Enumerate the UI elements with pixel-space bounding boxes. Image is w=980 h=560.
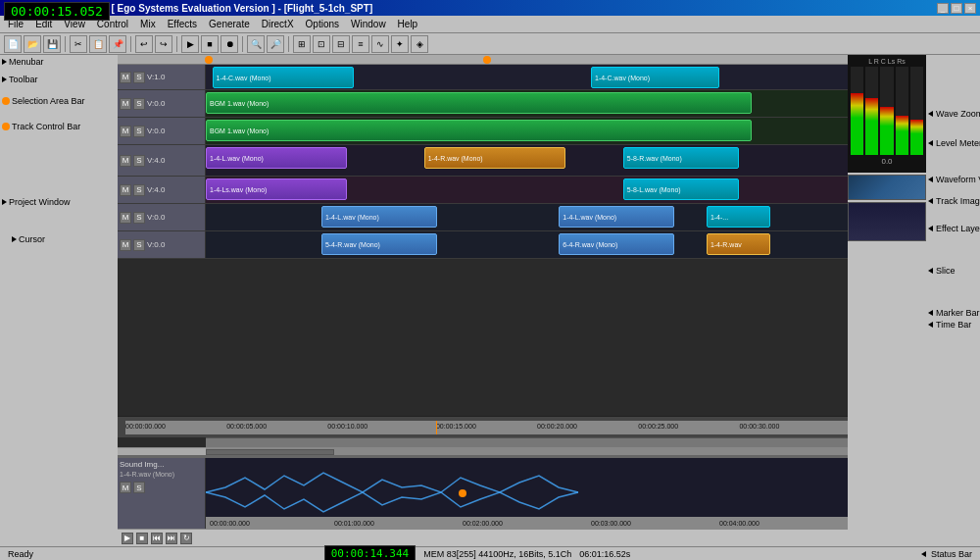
track-mute-btn5[interactable]: M — [120, 184, 131, 196]
menu-generate[interactable]: Generate — [203, 17, 256, 31]
track-solo-btn2[interactable]: S — [133, 98, 145, 110]
toolbar-btn4[interactable]: ≡ — [352, 35, 369, 53]
slice-agent-content[interactable]: 00:00:00.000 00:01:00.000 00:02:00.000 0… — [206, 458, 848, 529]
maximize-button[interactable]: □ — [951, 3, 962, 14]
clip-l4[interactable]: 1-4-... — [707, 206, 771, 228]
clip[interactable]: 1-4-C.wav (Mono) — [213, 67, 354, 88]
toolbar-paste[interactable]: 📌 — [109, 35, 126, 53]
menu-help[interactable]: Help — [392, 17, 424, 31]
toolbar-sep5 — [288, 36, 289, 52]
menu-directx[interactable]: DirectX — [256, 17, 300, 31]
label-level-meter-bar: Level Meter Bar — [928, 138, 980, 148]
menu-options[interactable]: Options — [300, 17, 345, 31]
label-menubar: Menubar — [2, 57, 44, 67]
clip-bgm[interactable]: BGM 1.wav (Mono) — [206, 92, 752, 114]
level-meter-panel: L R C Ls Rs — [848, 55, 926, 173]
slice-time-ruler[interactable]: 00:00:00.000 00:01:00.000 00:02:00.000 0… — [206, 517, 848, 529]
clip-ls[interactable]: 1-4-Ls.wav (Mono) — [206, 178, 347, 200]
meter-Ls — [896, 67, 908, 155]
clip-r[interactable]: 1-4-R.wav (Mono) — [424, 147, 565, 169]
sa-fwd[interactable]: ⏭ — [166, 533, 177, 544]
scrollbar-thumb[interactable] — [206, 449, 334, 455]
track-mute-btn2[interactable]: M — [120, 98, 131, 110]
track-solo-btn3[interactable]: S — [133, 126, 145, 137]
track-content6[interactable]: 1-4-L.wav (Mono) 1-4-L.wav (Mono) 1-4-..… — [206, 204, 848, 230]
toolbar-undo[interactable]: ↩ — [135, 35, 153, 53]
sa-stop[interactable]: ■ — [136, 533, 148, 544]
clip-r3[interactable]: 6-4-R.wav (Mono) — [559, 233, 674, 255]
sa-btn2[interactable]: S — [133, 482, 145, 493]
right-label-status-bar: Status Bar — [921, 549, 972, 559]
track-solo-btn7[interactable]: S — [133, 239, 145, 251]
minimize-button[interactable]: _ — [937, 3, 949, 14]
toolbar-zoom-in[interactable]: 🔍 — [247, 35, 265, 53]
close-button[interactable]: × — [964, 3, 976, 14]
track-content[interactable]: 1-4-C.wav (Mono) 1-4-C.wav (Mono) — [206, 65, 848, 89]
sa-label1: Sound Img... — [120, 460, 203, 469]
track-mute-btn7[interactable]: M — [120, 239, 131, 251]
toolbar-btn1[interactable]: ⊞ — [293, 35, 311, 53]
clip-5r[interactable]: 5-8-R.wav (Mono) — [623, 147, 739, 169]
meter-R — [865, 67, 878, 155]
main-workspace: Menubar Toolbar Selection Area Bar Track… — [0, 55, 980, 560]
time-ruler[interactable]: 00:00:00.000 00:00:05.000 00:00:10.000 0… — [125, 421, 848, 434]
clip-r4[interactable]: 1-4-R.wav — [707, 233, 771, 255]
toolbar-stop[interactable]: ■ — [201, 35, 219, 53]
status-timecode: 00:00:14.344 — [324, 545, 416, 560]
clip-r2[interactable]: 5-4-R.wav (Mono) — [321, 233, 437, 255]
toolbar-zoom-out[interactable]: 🔎 — [267, 35, 284, 53]
label-project-window: Project Window — [2, 197, 71, 207]
selection-area-bar[interactable] — [118, 55, 848, 65]
track-solo-btn5[interactable]: S — [133, 184, 145, 196]
clip-l2[interactable]: 1-4-L.wav (Mono) — [321, 206, 437, 228]
track-solo-btn6[interactable]: S — [133, 212, 145, 224]
track-content3[interactable]: BGM 1.wav (Mono) — [206, 118, 848, 144]
track-content4[interactable]: 1-4-L.wav (Mono) 1-4-R.wav (Mono) 5-8-R.… — [206, 145, 848, 176]
clip-l3[interactable]: 1-4-L.wav (Mono) — [559, 206, 674, 228]
marker-bar[interactable] — [206, 437, 848, 447]
toolbar-btn3[interactable]: ⊟ — [332, 35, 350, 53]
track-solo-btn4[interactable]: S — [133, 155, 145, 167]
sa-play[interactable]: ▶ — [122, 533, 133, 544]
status-time: 06:01:16.52s — [579, 549, 630, 559]
toolbar-btn7[interactable]: ◈ — [411, 35, 428, 53]
toolbar-save[interactable]: 💾 — [43, 35, 61, 53]
toolbar-new[interactable]: 📄 — [4, 35, 22, 53]
menu-mix[interactable]: Mix — [134, 17, 162, 31]
toolbar-open[interactable]: 📂 — [24, 35, 41, 53]
track-mute-btn6[interactable]: M — [120, 212, 131, 224]
clip-5l[interactable]: 5-8-L.wav (Mono) — [623, 178, 739, 200]
track-mute-btn4[interactable]: M — [120, 155, 131, 167]
track-control-panel: M S V:0.0 — [118, 90, 206, 117]
clip-bgm2[interactable]: BGM 1.wav (Mono) — [206, 120, 752, 141]
menu-window[interactable]: Window — [345, 17, 392, 31]
sa-loop[interactable]: ↻ — [180, 533, 192, 544]
sa-back[interactable]: ⏮ — [151, 533, 163, 544]
toolbar-play[interactable]: ▶ — [181, 35, 199, 53]
toolbar-cut[interactable]: ✂ — [70, 35, 87, 53]
sa-btn1[interactable]: M — [120, 482, 131, 493]
selection-indicator — [205, 56, 213, 64]
clip[interactable]: 1-4-C.wav (Mono) — [591, 67, 719, 88]
project-scrollbar[interactable] — [118, 447, 848, 455]
project-window: M S V:1.0 1-4-C.wav (Mono) 1-4-C.wav (Mo… — [118, 55, 848, 546]
timecode-row: 00:00:15.052 00:00:00.000 00:00:05.000 0… — [118, 416, 848, 437]
track-mute-btn3[interactable]: M — [120, 126, 131, 137]
clip-l[interactable]: 1-4-L.wav (Mono) — [206, 147, 347, 169]
toolbar-redo[interactable]: ↪ — [155, 35, 172, 53]
track-content7[interactable]: 5-4-R.wav (Mono) 6-4-R.wav (Mono) 1-4-R.… — [206, 231, 848, 258]
toolbar-btn5[interactable]: ∿ — [371, 35, 389, 53]
menu-effects[interactable]: Effects — [162, 17, 203, 31]
toolbar-record[interactable]: ⏺ — [220, 35, 238, 53]
track-content5[interactable]: 1-4-Ls.wav (Mono) 5-8-L.wav (Mono) — [206, 177, 848, 203]
meter-R-fill — [865, 98, 878, 156]
track-mute-btn[interactable]: M — [120, 72, 131, 83]
meter-bars — [851, 67, 923, 155]
toolbar-copy[interactable]: 📋 — [89, 35, 107, 53]
track-solo-btn[interactable]: S — [133, 72, 145, 83]
slice-agent-control: Sound Img... 1-4-R.wav (Mono) M S — [118, 458, 206, 529]
toolbar-btn6[interactable]: ✦ — [391, 35, 409, 53]
meter-L — [851, 67, 863, 155]
toolbar-btn2[interactable]: ⊡ — [313, 35, 330, 53]
track-content2[interactable]: BGM 1.wav (Mono) — [206, 90, 848, 117]
